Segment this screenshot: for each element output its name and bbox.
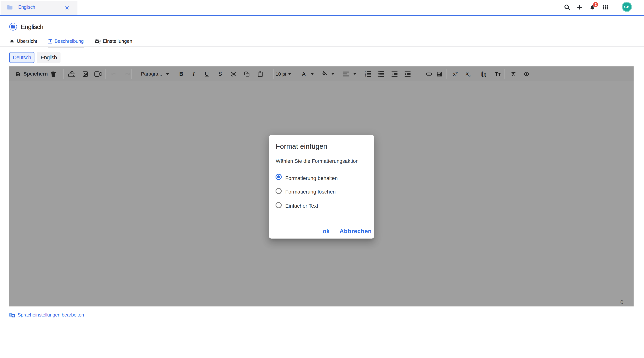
svg-text:文: 文 (12, 315, 14, 317)
svg-text:A: A (10, 314, 12, 316)
svg-text:4: 4 (365, 75, 366, 77)
